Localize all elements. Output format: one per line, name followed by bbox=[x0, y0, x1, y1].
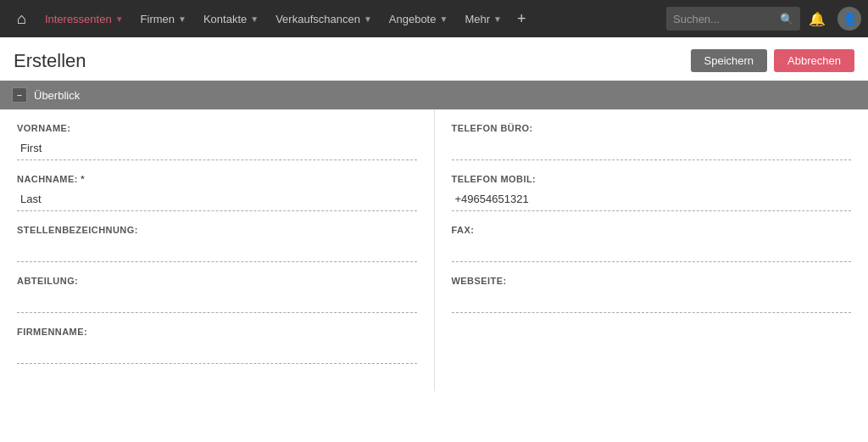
nav-mehr-label: Mehr bbox=[465, 13, 490, 25]
nav-mehr-chevron-icon: ▼ bbox=[493, 14, 502, 24]
nav-verkaufschancen-label: Verkaufschancen bbox=[275, 13, 360, 25]
form-right-column: TELEFON BÜRO:TELEFON MOBIL:FAX:WEBSEITE: bbox=[434, 109, 869, 391]
label-vorname: VORNAME: bbox=[17, 123, 417, 133]
label-abteilung: ABTEILUNG: bbox=[17, 276, 417, 286]
section-header: − Überblick bbox=[0, 81, 868, 109]
label-stellenbezeichnung: STELLENBEZEICHNUNG: bbox=[17, 225, 417, 235]
section-title: Überblick bbox=[34, 89, 80, 102]
search-input[interactable] bbox=[673, 13, 775, 25]
field-group-vorname: VORNAME: bbox=[17, 123, 417, 160]
navbar: ⌂ Interessenten ▼ Firmen ▼ Kontakte ▼ Ve… bbox=[0, 0, 868, 37]
nav-mehr[interactable]: Mehr ▼ bbox=[456, 0, 510, 37]
input-stellenbezeichnung[interactable] bbox=[17, 238, 417, 262]
nav-interessenten-label: Interessenten bbox=[45, 13, 112, 25]
nav-kontakte-label: Kontakte bbox=[203, 13, 247, 25]
label-fax: FAX: bbox=[452, 225, 852, 235]
nav-angebote-chevron-icon: ▼ bbox=[439, 14, 448, 24]
field-group-webseite: WEBSEITE: bbox=[452, 276, 852, 313]
cancel-button[interactable]: Abbrechen bbox=[774, 49, 854, 72]
search-icon: 🔍 bbox=[780, 13, 793, 25]
label-nachname: NACHNAME: * bbox=[17, 174, 417, 184]
input-abteilung[interactable] bbox=[17, 289, 417, 313]
nav-angebote-label: Angebote bbox=[389, 13, 437, 25]
form-left-column: VORNAME:NACHNAME: *STELLENBEZEICHNUNG:AB… bbox=[0, 109, 434, 391]
nav-firmen-label: Firmen bbox=[141, 13, 175, 25]
input-telefon-mobil[interactable] bbox=[452, 187, 852, 211]
page-header: Erstellen Speichern Abbrechen bbox=[0, 37, 868, 81]
home-button[interactable]: ⌂ bbox=[7, 10, 36, 28]
input-nachname[interactable] bbox=[17, 187, 417, 211]
label-webseite: WEBSEITE: bbox=[452, 276, 852, 286]
avatar[interactable]: 👤 bbox=[837, 7, 861, 31]
nav-angebote[interactable]: Angebote ▼ bbox=[381, 0, 457, 37]
nav-kontakte[interactable]: Kontakte ▼ bbox=[195, 0, 267, 37]
input-firmenname[interactable] bbox=[17, 340, 417, 364]
nav-verkaufschancen[interactable]: Verkaufschancen ▼ bbox=[267, 0, 381, 37]
input-telefon-buero[interactable] bbox=[452, 137, 852, 160]
nav-firmen-chevron-icon: ▼ bbox=[178, 14, 186, 24]
nav-verkaufschancen-chevron-icon: ▼ bbox=[364, 14, 372, 24]
field-group-telefon-buero: TELEFON BÜRO: bbox=[452, 123, 852, 160]
nav-interessenten[interactable]: Interessenten ▼ bbox=[36, 0, 132, 37]
input-fax[interactable] bbox=[452, 238, 852, 262]
page-title: Erstellen bbox=[14, 50, 86, 72]
field-group-nachname: NACHNAME: * bbox=[17, 174, 417, 211]
header-buttons: Speichern Abbrechen bbox=[691, 49, 854, 72]
form-container: VORNAME:NACHNAME: *STELLENBEZEICHNUNG:AB… bbox=[0, 109, 868, 391]
input-vorname[interactable] bbox=[17, 137, 417, 160]
label-telefon-mobil: TELEFON MOBIL: bbox=[452, 174, 852, 184]
field-group-stellenbezeichnung: STELLENBEZEICHNUNG: bbox=[17, 225, 417, 262]
input-webseite[interactable] bbox=[452, 289, 852, 313]
field-group-telefon-mobil: TELEFON MOBIL: bbox=[452, 174, 852, 211]
notification-bell-icon[interactable]: 🔔 bbox=[800, 11, 834, 27]
label-firmenname: FIRMENNAME: bbox=[17, 327, 417, 337]
nav-kontakte-chevron-icon: ▼ bbox=[250, 14, 259, 24]
search-bar[interactable]: 🔍 bbox=[666, 7, 800, 31]
nav-firmen[interactable]: Firmen ▼ bbox=[132, 0, 195, 37]
nav-plus-button[interactable]: + bbox=[510, 10, 533, 28]
nav-interessenten-chevron-icon: ▼ bbox=[115, 14, 124, 24]
field-group-fax: FAX: bbox=[452, 225, 852, 262]
section-collapse-button[interactable]: − bbox=[12, 87, 27, 103]
label-telefon-buero: TELEFON BÜRO: bbox=[452, 123, 852, 133]
field-group-abteilung: ABTEILUNG: bbox=[17, 276, 417, 313]
field-group-firmenname: FIRMENNAME: bbox=[17, 327, 417, 364]
save-button[interactable]: Speichern bbox=[691, 49, 768, 72]
